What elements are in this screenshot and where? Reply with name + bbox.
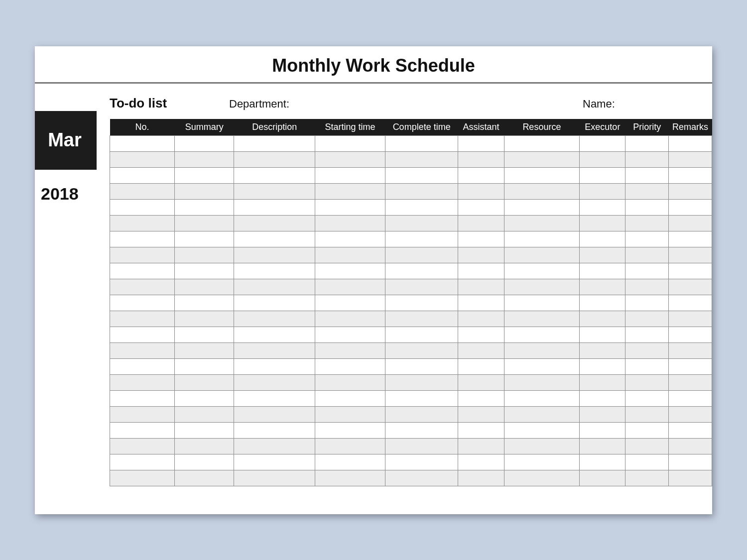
table-cell[interactable]: [580, 151, 625, 167]
table-cell[interactable]: [580, 295, 625, 311]
table-cell[interactable]: [458, 454, 504, 470]
table-cell[interactable]: [458, 406, 504, 422]
table-cell[interactable]: [315, 231, 385, 247]
table-cell[interactable]: [669, 151, 712, 167]
table-row[interactable]: [110, 135, 712, 151]
table-cell[interactable]: [580, 247, 625, 263]
table-cell[interactable]: [175, 247, 234, 263]
table-cell[interactable]: [669, 470, 712, 486]
table-cell[interactable]: [504, 183, 580, 199]
table-cell[interactable]: [385, 151, 458, 167]
table-cell[interactable]: [580, 199, 625, 215]
table-cell[interactable]: [625, 199, 669, 215]
table-cell[interactable]: [458, 135, 504, 151]
table-row[interactable]: [110, 311, 712, 327]
table-cell[interactable]: [669, 438, 712, 454]
table-cell[interactable]: [385, 135, 458, 151]
table-cell[interactable]: [504, 454, 580, 470]
table-cell[interactable]: [110, 231, 175, 247]
table-cell[interactable]: [110, 342, 175, 358]
table-cell[interactable]: [175, 231, 234, 247]
table-cell[interactable]: [110, 470, 175, 486]
table-cell[interactable]: [458, 167, 504, 183]
table-cell[interactable]: [385, 311, 458, 327]
table-cell[interactable]: [458, 311, 504, 327]
table-cell[interactable]: [175, 215, 234, 231]
table-cell[interactable]: [175, 135, 234, 151]
table-cell[interactable]: [504, 279, 580, 295]
table-row[interactable]: [110, 342, 712, 358]
table-cell[interactable]: [175, 422, 234, 438]
table-cell[interactable]: [175, 406, 234, 422]
table-cell[interactable]: [315, 311, 385, 327]
table-cell[interactable]: [504, 215, 580, 231]
table-cell[interactable]: [175, 263, 234, 279]
table-cell[interactable]: [580, 327, 625, 342]
table-cell[interactable]: [110, 295, 175, 311]
table-cell[interactable]: [385, 295, 458, 311]
table-cell[interactable]: [385, 231, 458, 247]
table-cell[interactable]: [580, 215, 625, 231]
table-cell[interactable]: [625, 311, 669, 327]
table-cell[interactable]: [385, 215, 458, 231]
table-cell[interactable]: [625, 183, 669, 199]
table-cell[interactable]: [234, 311, 315, 327]
table-row[interactable]: [110, 215, 712, 231]
table-cell[interactable]: [315, 327, 385, 342]
table-cell[interactable]: [669, 247, 712, 263]
table-cell[interactable]: [385, 263, 458, 279]
table-cell[interactable]: [110, 390, 175, 406]
table-cell[interactable]: [234, 390, 315, 406]
table-cell[interactable]: [175, 295, 234, 311]
table-cell[interactable]: [458, 183, 504, 199]
table-cell[interactable]: [110, 422, 175, 438]
table-cell[interactable]: [625, 470, 669, 486]
table-cell[interactable]: [458, 295, 504, 311]
table-cell[interactable]: [315, 167, 385, 183]
table-cell[interactable]: [625, 454, 669, 470]
table-cell[interactable]: [315, 422, 385, 438]
table-cell[interactable]: [234, 374, 315, 390]
table-cell[interactable]: [234, 406, 315, 422]
table-cell[interactable]: [669, 135, 712, 151]
table-cell[interactable]: [669, 167, 712, 183]
table-cell[interactable]: [580, 358, 625, 374]
table-cell[interactable]: [175, 151, 234, 167]
table-cell[interactable]: [504, 406, 580, 422]
table-cell[interactable]: [669, 279, 712, 295]
table-cell[interactable]: [669, 454, 712, 470]
table-cell[interactable]: [458, 422, 504, 438]
table-cell[interactable]: [315, 470, 385, 486]
table-cell[interactable]: [580, 438, 625, 454]
table-row[interactable]: [110, 263, 712, 279]
table-cell[interactable]: [504, 390, 580, 406]
table-cell[interactable]: [110, 263, 175, 279]
table-cell[interactable]: [504, 470, 580, 486]
table-cell[interactable]: [580, 342, 625, 358]
table-cell[interactable]: [110, 374, 175, 390]
table-cell[interactable]: [580, 167, 625, 183]
table-cell[interactable]: [234, 231, 315, 247]
table-cell[interactable]: [625, 327, 669, 342]
table-cell[interactable]: [234, 295, 315, 311]
table-cell[interactable]: [175, 183, 234, 199]
table-row[interactable]: [110, 390, 712, 406]
table-cell[interactable]: [580, 279, 625, 295]
table-cell[interactable]: [504, 358, 580, 374]
table-cell[interactable]: [669, 183, 712, 199]
table-cell[interactable]: [385, 406, 458, 422]
table-cell[interactable]: [234, 438, 315, 454]
table-cell[interactable]: [580, 311, 625, 327]
table-cell[interactable]: [669, 406, 712, 422]
table-cell[interactable]: [175, 438, 234, 454]
table-cell[interactable]: [580, 422, 625, 438]
table-row[interactable]: [110, 231, 712, 247]
table-cell[interactable]: [504, 438, 580, 454]
table-cell[interactable]: [234, 358, 315, 374]
table-cell[interactable]: [504, 422, 580, 438]
table-cell[interactable]: [110, 215, 175, 231]
table-row[interactable]: [110, 247, 712, 263]
table-cell[interactable]: [580, 231, 625, 247]
table-cell[interactable]: [234, 454, 315, 470]
table-cell[interactable]: [175, 279, 234, 295]
